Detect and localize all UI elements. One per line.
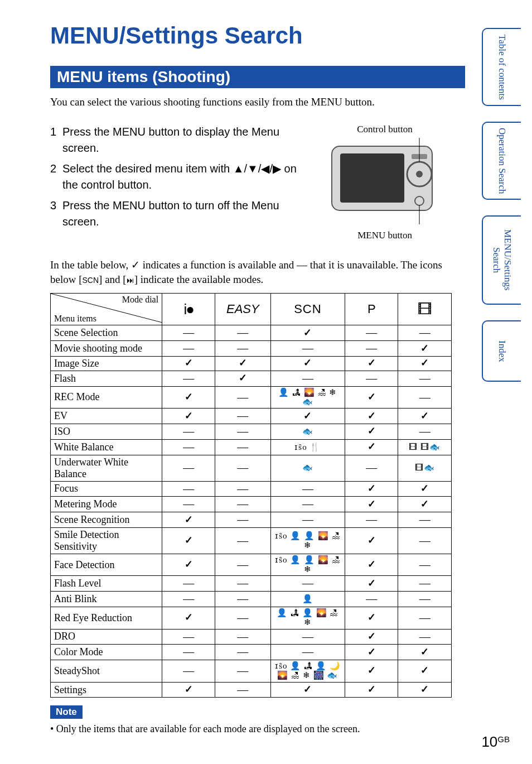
dash-icon: — xyxy=(237,665,248,677)
mode-cell: — xyxy=(270,497,345,512)
table-row: White Balance——ɪŝo 🍴🎞 🎞🐟 xyxy=(51,439,452,455)
table-row: EV— xyxy=(51,409,452,424)
check-icon xyxy=(367,612,376,623)
dash-icon: — xyxy=(419,577,431,589)
row-label: REC Mode xyxy=(51,386,162,409)
mode-cell xyxy=(270,409,345,424)
mode-cell xyxy=(345,497,398,512)
mode-cell: — xyxy=(215,592,270,607)
mode-cell: — xyxy=(270,481,345,497)
film-mode-icon: 🎞 xyxy=(418,301,432,318)
table-row: Scene Selection———— xyxy=(51,325,452,341)
tab-toc[interactable]: Table of contents xyxy=(482,28,521,106)
mode-cell xyxy=(270,682,345,698)
check-icon xyxy=(185,684,193,695)
mode-cell xyxy=(162,356,215,371)
mode-cell: ɪŝo 🍴 xyxy=(270,439,345,455)
row-label: Underwater White Balance xyxy=(51,455,162,481)
col-auto: i● xyxy=(162,294,215,325)
mode-cell: — xyxy=(345,512,398,528)
check-icon xyxy=(367,559,376,570)
mode-cell: ɪŝo 👤 👤 🌄 🏖 ❄ xyxy=(270,554,345,576)
control-button-label: Control button xyxy=(312,124,457,135)
dash-icon: — xyxy=(419,559,431,571)
dash-icon: — xyxy=(237,462,248,474)
mode-cell xyxy=(345,439,398,455)
row-label: Metering Mode xyxy=(51,497,162,512)
table-intro: In the table below, ✓ indicates a functi… xyxy=(50,258,452,286)
mode-cell xyxy=(345,607,398,630)
mode-cell xyxy=(345,645,398,660)
mode-cell: — xyxy=(398,325,452,341)
mode-cell xyxy=(345,386,398,409)
mode-cell: ɪŝo 👤 👤 🌄 🏖 ❄ xyxy=(270,527,345,554)
dash-icon: — xyxy=(366,372,377,385)
mode-cell: — xyxy=(162,439,215,455)
dash-icon: — xyxy=(302,372,313,385)
mode-cell xyxy=(162,409,215,424)
mode-cell xyxy=(215,356,270,371)
dash-icon: — xyxy=(302,577,313,589)
col-p: P xyxy=(345,294,398,325)
mode-cell: — xyxy=(398,371,452,386)
step-text: Press the MENU button to turn off the Me… xyxy=(62,198,301,230)
row-label: SteadyShot xyxy=(51,660,162,683)
mode-cell xyxy=(345,660,398,683)
mode-cell: — xyxy=(270,576,345,592)
dash-icon: — xyxy=(237,577,248,589)
dash-icon: — xyxy=(183,631,194,643)
table-row: Focus——— xyxy=(51,481,452,497)
table-row: SteadyShot——ɪŝo 👤 🏞 👤 🌙 🌄 🏖 ❄ 🎆 🐟 xyxy=(51,660,452,683)
mode-cell: — xyxy=(215,554,270,576)
dash-icon: — xyxy=(237,326,248,339)
dash-icon: — xyxy=(419,391,431,403)
dash-icon: — xyxy=(183,372,194,385)
dash-icon: — xyxy=(366,342,377,354)
dash-icon: — xyxy=(419,372,431,385)
mode-cell: — xyxy=(345,325,398,341)
row-label: Color Mode xyxy=(51,645,162,660)
dash-icon: — xyxy=(183,665,194,677)
check-icon xyxy=(420,483,429,494)
row-label: Flash xyxy=(51,371,162,386)
scn-icon: SCN xyxy=(83,276,99,285)
tab-operation-search[interactable]: Operation Search xyxy=(482,122,521,200)
dash-icon: — xyxy=(366,462,377,474)
mode-cell: — xyxy=(215,682,270,698)
tab-menu-settings-search[interactable]: MENU/Settings Search xyxy=(482,215,521,305)
header-diagonal: Mode dial Menu items xyxy=(51,294,162,325)
page-number: 10GB xyxy=(481,733,510,751)
table-row: ISO——🐟— xyxy=(51,424,452,439)
dash-icon: — xyxy=(237,646,248,658)
dash-icon: — xyxy=(302,498,313,510)
mode-cell: — xyxy=(270,629,345,645)
dash-icon: — xyxy=(183,483,194,495)
check-icon xyxy=(420,343,429,354)
col-scn: SCN xyxy=(270,294,345,325)
svg-point-3 xyxy=(416,171,423,177)
check-icon xyxy=(367,410,376,421)
check-icon xyxy=(367,425,376,436)
table-row: Metering Mode——— xyxy=(51,497,452,512)
mode-cell xyxy=(345,424,398,439)
mode-cell: 🐟 xyxy=(270,424,345,439)
auto-mode-icon: i● xyxy=(183,301,193,318)
dash-icon: — xyxy=(237,498,248,510)
mode-cell xyxy=(398,481,452,497)
mode-cell: 🎞 🎞🐟 xyxy=(398,439,452,455)
mode-cell xyxy=(162,386,215,409)
table-row: Movie shooting mode———— xyxy=(51,341,452,357)
mode-cell: 🐟 xyxy=(270,455,345,481)
dash-icon: — xyxy=(419,535,431,547)
mode-cell xyxy=(345,682,398,698)
mode-cell: — xyxy=(270,341,345,357)
check-icon xyxy=(185,357,193,368)
mode-cell xyxy=(270,325,345,341)
mode-cell xyxy=(270,356,345,371)
mode-cell: — xyxy=(398,512,452,528)
mode-cell xyxy=(345,481,398,497)
mode-cell: — xyxy=(162,576,215,592)
mode-cell: — xyxy=(398,386,452,409)
check-icon xyxy=(367,391,376,402)
tab-index[interactable]: Index xyxy=(482,320,521,382)
